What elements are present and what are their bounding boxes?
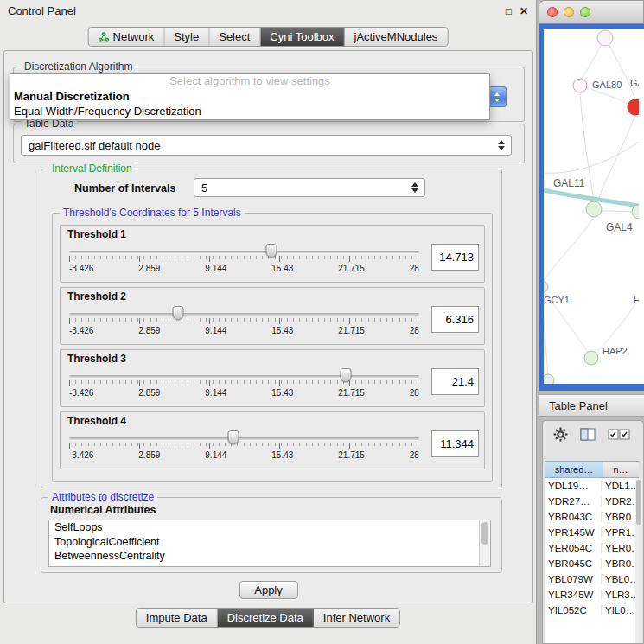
slider-thumb[interactable] [265,244,277,258]
cell-name[interactable]: YBR0… [602,558,638,569]
close-traffic-light-icon[interactable] [547,7,558,17]
network-view-window: GAL80 GA GAL11 GAL4 GCY1 HAP2 H [539,0,644,391]
list-item[interactable]: SelfLoops [49,520,490,535]
threshold-4-value-field[interactable]: 11.344 [431,430,479,457]
table-row[interactable]: YBL079WYBL0… [545,571,639,587]
cell-name[interactable]: YIL0… [602,605,638,615]
panel-title: Control Panel [8,4,498,17]
network-node-gal4[interactable] [586,201,602,217]
tab-discretize-data[interactable]: Discretize Data [218,609,314,627]
threshold-4-slider[interactable]: -3.426 2.859 9.144 15.43 21.715 28 [69,430,419,466]
cell-name[interactable]: YBR0… [602,512,638,522]
table-row[interactable]: YPR145WYPR1… [545,525,639,540]
network-node-gal80[interactable] [573,79,587,92]
cell-name[interactable]: YER0… [602,543,638,553]
node-label-gal80: GAL80 [592,80,622,90]
network-node[interactable] [544,374,554,384]
slider-track[interactable] [69,313,419,316]
apply-button[interactable]: Apply [239,581,298,599]
network-graph: GAL80 GA GAL11 GAL4 GCY1 HAP2 H [544,29,639,384]
tick-label: -3.426 [69,326,93,335]
threshold-1-slider[interactable]: -3.426 2.859 9.144 15.43 21.715 28 [69,243,419,279]
cell-shared-name[interactable]: YPR145W [545,527,602,538]
slider-thumb[interactable] [340,368,351,382]
float-window-icon[interactable]: □ [506,5,512,17]
tab-impute-data[interactable]: Impute Data [137,609,218,627]
network-node-hap2[interactable] [584,351,598,365]
cell-shared-name[interactable]: YBL079W [545,574,602,584]
column-header-shared[interactable]: shared… [545,461,603,478]
tab-network[interactable]: Network [89,28,165,46]
cell-shared-name[interactable]: YLR345W [545,590,602,600]
column-header-name[interactable]: n… [603,461,639,478]
cell-shared-name[interactable]: YER054C [545,543,602,553]
slider-track[interactable] [69,375,419,378]
attributes-group-label: Attributes to discretize [48,491,157,503]
minimize-traffic-light-icon[interactable] [564,7,574,17]
cell-shared-name[interactable]: YIL052C [545,605,602,615]
list-scrollbar[interactable] [479,520,490,566]
cell-name[interactable]: YDL1… [602,481,638,491]
node-label-gal4: GAL4 [606,221,633,233]
slider-thumb[interactable] [228,430,239,444]
tab-style[interactable]: Style [164,28,209,46]
cell-shared-name[interactable]: YBR045C [545,558,602,569]
number-of-intervals-label: Number of Intervals [74,182,175,194]
scrollbar-thumb[interactable] [636,480,641,525]
top-tabbar: Network Style Select Cyni Toolbox jActiv… [88,27,449,47]
close-icon[interactable]: ✕ [520,5,528,17]
threshold-2-value-field[interactable]: 6.316 [431,306,479,333]
cell-name[interactable]: YLR3… [602,590,638,600]
algorithm-option-equal-width[interactable]: Equal Width/Frequency Discretization [10,104,489,118]
interval-definition-group-label: Interval Definition [48,163,136,175]
table-row[interactable]: YIL052CYIL0… [545,603,639,618]
gear-icon[interactable] [553,427,568,442]
cell-name[interactable]: YDR2… [602,496,638,507]
table-row[interactable]: YBR045CYBR0… [545,556,639,571]
table-row[interactable]: YDL19…YDL1… [545,478,639,494]
number-of-intervals-combobox[interactable]: 5 [194,178,425,197]
threshold-1-value-field[interactable]: 14.713 [431,244,479,271]
network-canvas[interactable]: GAL80 GA GAL11 GAL4 GCY1 HAP2 H [544,29,644,384]
list-item[interactable]: TopologicalCoefficient [49,535,490,550]
zoom-traffic-light-icon[interactable] [580,7,590,17]
columns-icon[interactable] [580,428,596,441]
tab-jactivemnodules[interactable]: jActiveMNodules [345,28,448,46]
scrollbar-thumb[interactable] [481,522,488,545]
node-label-gal11: GAL11 [553,177,585,189]
table-scrollbar[interactable] [635,478,642,643]
tick-label: 15.43 [271,326,293,335]
table-data-combobox[interactable]: galFiltered.sif default node [21,135,512,156]
number-of-intervals-value: 5 [201,182,207,194]
cell-shared-name[interactable]: YBR043C [545,512,602,522]
tick-label: 2.859 [138,450,160,460]
network-node-selected[interactable] [628,99,639,115]
cell-shared-name[interactable]: YDL19… [545,481,602,491]
threshold-3-slider[interactable]: -3.426 2.859 9.144 15.43 21.715 28 [69,367,419,404]
tab-cyni-toolbox[interactable]: Cyni Toolbox [260,28,344,46]
threshold-2-slider[interactable]: -3.426 2.859 9.144 15.43 21.715 28 [69,305,419,341]
table-row[interactable]: YDR27…YDR2… [545,494,639,509]
algorithm-option-manual[interactable]: Manual Discretization [10,89,489,104]
tab-infer-network[interactable]: Infer Network [314,609,399,627]
table-panel-header: Table Panel [539,394,644,417]
network-node-gcy1[interactable] [544,281,548,293]
table-row[interactable]: YER054CYER0… [545,540,639,556]
cell-shared-name[interactable]: YDR27… [545,496,602,507]
cell-name[interactable]: YBL0… [602,574,638,584]
threshold-3-value-field[interactable]: 21.4 [431,368,479,395]
slider-track[interactable] [69,251,419,253]
slider-scale: -3.426 2.859 9.144 15.43 21.715 28 [69,326,419,335]
network-edge [586,87,630,105]
numerical-attributes-list[interactable]: SelfLoops TopologicalCoefficient Between… [48,520,491,567]
checkbox-pair-icon[interactable] [608,429,630,440]
slider-track[interactable] [69,437,419,440]
threshold-1-card: Threshold 1 -3.426 2.859 9.144 1 [60,225,485,283]
table-row[interactable]: YBR043CYBR0… [545,509,639,525]
cell-name[interactable]: YPR1… [602,527,638,538]
tab-select[interactable]: Select [209,28,260,46]
network-node[interactable] [597,30,613,46]
slider-thumb[interactable] [172,306,183,320]
table-row[interactable]: YLR345WYLR3… [545,587,639,603]
list-item[interactable]: BetweennessCentrality [49,549,490,564]
